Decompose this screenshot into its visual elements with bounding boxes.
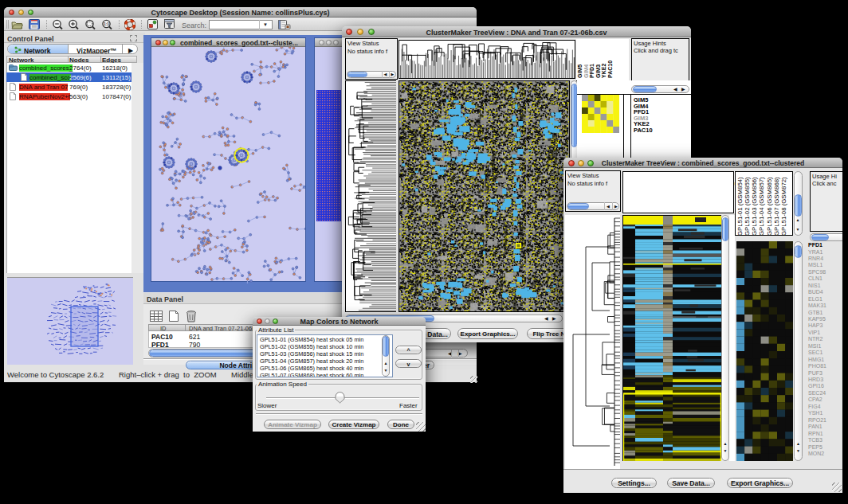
svg-text:GPL51-06 (GSM865): GPL51-06 (GSM865): [766, 177, 773, 236]
svg-text:1:1: 1:1: [104, 21, 109, 26]
svg-text:GPL51-03 (GSM856): GPL51-03 (GSM856): [751, 177, 758, 236]
svg-text:GIM3: GIM3: [595, 64, 601, 78]
svg-text:GPL51-08 (GSM872): GPL51-08 (GSM872): [780, 177, 787, 236]
svg-text:PFD1: PFD1: [589, 64, 595, 78]
svg-text:GPL51-07 (GSM868): GPL51-07 (GSM868): [773, 177, 780, 236]
svg-text:GIM4: GIM4: [583, 64, 589, 78]
svg-text:GIM5: GIM5: [577, 64, 583, 78]
svg-text:PAC10: PAC10: [607, 61, 613, 78]
svg-text:YKE2: YKE2: [601, 64, 607, 78]
svg-text:GPL51-02 (GSM855): GPL51-02 (GSM855): [744, 177, 751, 236]
svg-text:GPL51-04 (GSM857): GPL51-04 (GSM857): [758, 177, 765, 236]
svg-text:GPL51-01 (GSM854): GPL51-01 (GSM854): [736, 177, 744, 236]
